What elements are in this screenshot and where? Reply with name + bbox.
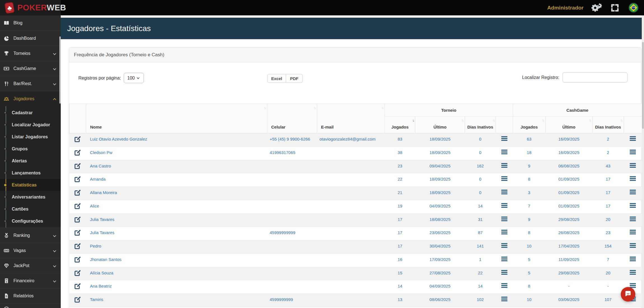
edit-player-button[interactable] <box>74 229 81 236</box>
column-header-email[interactable]: E-mail ↑↓ <box>317 104 385 133</box>
sidebar-item-bar-rest[interactable]: Bar/Rest. <box>0 76 61 91</box>
page-scrollbar[interactable] <box>642 15 644 308</box>
player-name-link[interactable]: Amanda <box>90 177 106 181</box>
tournament-days-inactive: 73 <box>465 307 496 308</box>
sidebar-subitem-grupos[interactable]: Grupos <box>0 143 61 155</box>
cashgame-menu-icon[interactable] <box>629 243 636 248</box>
edit-player-button[interactable] <box>74 269 81 276</box>
sidebar-item-vagas[interactable]: Vagas <box>0 243 61 258</box>
edit-player-button[interactable] <box>74 135 81 143</box>
tournament-menu-icon[interactable] <box>501 190 508 195</box>
pdf-button[interactable]: PDF <box>286 74 303 83</box>
search-input[interactable] <box>563 72 627 83</box>
player-name-link[interactable]: Pedro <box>90 244 101 248</box>
sidebar-subitem-lancamentos[interactable]: Lançamentos <box>0 167 61 179</box>
tournament-menu-icon[interactable] <box>501 297 508 302</box>
sidebar-subitem-aniversariantes[interactable]: Aniversariantes <box>0 191 61 203</box>
cashgame-menu-icon[interactable] <box>629 203 636 208</box>
app-logo[interactable]: ♣ POKERWEB <box>0 0 61 15</box>
player-name-link[interactable]: Tamiris <box>90 297 104 302</box>
player-name-link[interactable]: Jhonatan Santos <box>90 257 122 262</box>
per-page-select[interactable]: 100 <box>124 73 144 83</box>
edit-player-button[interactable] <box>74 282 81 290</box>
column-header-name[interactable]: Nome ↑↓ <box>86 104 267 133</box>
tournament-menu-icon[interactable] <box>501 136 508 141</box>
tournament-days-inactive: 14 <box>465 200 496 213</box>
edit-player-button[interactable] <box>74 175 81 183</box>
sidebar-item-partial[interactable] <box>0 303 61 308</box>
player-name-link[interactable]: Julia Tavares <box>90 217 114 222</box>
tournament-menu-icon[interactable] <box>501 176 508 181</box>
column-header-tournament-played[interactable]: Jogados ↑↓ <box>385 116 415 133</box>
cashgame-days-inactive: 154 <box>593 240 624 254</box>
cashgame-menu-icon[interactable] <box>629 270 636 275</box>
sidebar-subitem-localizar-jogador[interactable]: Localizar Jogador <box>0 119 61 131</box>
tournament-menu-icon[interactable] <box>501 203 508 208</box>
player-name-link[interactable]: Alice <box>90 204 99 208</box>
cashgame-menu-icon[interactable] <box>629 256 636 262</box>
player-name-link[interactable]: Allana Moreira <box>90 190 117 195</box>
cashgame-menu-icon[interactable] <box>629 216 636 221</box>
player-name-link[interactable]: Julia Tavares <box>90 230 114 235</box>
gears-icon[interactable] <box>591 2 602 13</box>
cashgame-menu-icon[interactable] <box>629 176 636 181</box>
page-scrollbar-thumb[interactable] <box>642 42 644 129</box>
cashgame-days-inactive: 17 <box>593 187 624 200</box>
tournament-menu-icon[interactable] <box>501 283 508 288</box>
column-header-cashgame-last[interactable]: Último ↑↓ <box>545 116 593 133</box>
column-header-tournament-days-inactive[interactable]: Dias Inativos ↑↓ <box>465 116 496 133</box>
tournament-menu-icon[interactable] <box>501 163 508 168</box>
tournament-menu-icon[interactable] <box>501 216 508 221</box>
cashgame-menu-icon[interactable] <box>629 163 636 168</box>
sort-icon: ↑↓ <box>589 118 591 123</box>
fullscreen-icon[interactable] <box>609 2 620 13</box>
sidebar-item-cashgame[interactable]: CashGame <box>0 61 61 76</box>
sidebar-item-dashboard[interactable]: DashBoard <box>0 31 61 46</box>
sidebar-item-ranking[interactable]: Ranking <box>0 228 61 243</box>
tournament-menu-icon[interactable] <box>501 256 508 262</box>
column-header-cashgame-days-inactive[interactable]: Dias Inativos ↑↓ <box>593 116 624 133</box>
cashgame-menu-icon[interactable] <box>629 150 636 155</box>
sidebar-subitem-cartoes[interactable]: Cartões <box>0 203 61 215</box>
sidebar-subitem-alertas[interactable]: Alertas <box>0 155 61 167</box>
tournament-menu-icon[interactable] <box>501 270 508 275</box>
edit-player-button[interactable] <box>74 202 81 209</box>
current-user-label[interactable]: Administrador <box>547 5 584 11</box>
column-header-phone[interactable]: Celular ↑↓ <box>267 104 317 133</box>
edit-player-button[interactable] <box>74 216 81 223</box>
sidebar-item-torneios[interactable]: Torneios <box>0 46 61 61</box>
sidebar-item-jackpot[interactable]: JackPot <box>0 258 61 273</box>
edit-player-button[interactable] <box>74 242 81 249</box>
edit-player-button[interactable] <box>74 296 81 303</box>
player-name-link[interactable]: Luiz Otavio Azevedo Gonzalez <box>90 137 147 141</box>
tournament-menu-icon[interactable] <box>501 150 508 155</box>
player-name-link[interactable]: Ana Beatriz <box>90 284 112 288</box>
sidebar-item-blog[interactable]: Blog <box>0 15 61 31</box>
sidebar-item-jogadores[interactable]: Jogadores <box>0 91 61 106</box>
edit-player-button[interactable] <box>74 189 81 196</box>
sidebar-scrollbar-thumb[interactable] <box>59 36 61 104</box>
sort-icon: ↑↓ <box>620 118 622 123</box>
player-name-link[interactable]: Alícia Souza <box>90 270 113 275</box>
sidebar-subitem-cadastrar[interactable]: Cadastrar <box>0 107 61 119</box>
cashgame-menu-icon[interactable] <box>629 230 636 235</box>
tournament-menu-icon[interactable] <box>501 230 508 235</box>
chat-button[interactable] <box>621 287 635 302</box>
cashgame-menu-icon[interactable] <box>629 136 636 141</box>
sidebar-subitem-listar-jogadores[interactable]: Listar Jogadores <box>0 131 61 143</box>
sidebar-item-relatorios[interactable]: Relatórios <box>0 288 61 303</box>
edit-player-button[interactable] <box>74 149 81 156</box>
column-header-tournament-last[interactable]: Último ↑↓ <box>415 116 465 133</box>
sidebar-subitem-configuracoes[interactable]: Configurações <box>0 215 61 227</box>
cashgame-menu-icon[interactable] <box>629 190 636 195</box>
sidebar-subitem-estatisticas[interactable]: Estatísticas <box>0 179 61 191</box>
brazil-flag-icon[interactable] <box>628 2 639 13</box>
column-header-cashgame-played[interactable]: Jogados ↑↓ <box>513 116 545 133</box>
edit-player-button[interactable] <box>74 162 81 169</box>
sidebar-item-financeiro[interactable]: $Financeiro <box>0 273 61 288</box>
tournament-menu-icon[interactable] <box>501 243 508 248</box>
edit-player-button[interactable] <box>74 256 81 263</box>
player-name-link[interactable]: Ana Castro <box>90 164 111 168</box>
excel-button[interactable]: Excel <box>267 74 286 83</box>
player-name-link[interactable]: Cledson Pw <box>90 150 113 155</box>
